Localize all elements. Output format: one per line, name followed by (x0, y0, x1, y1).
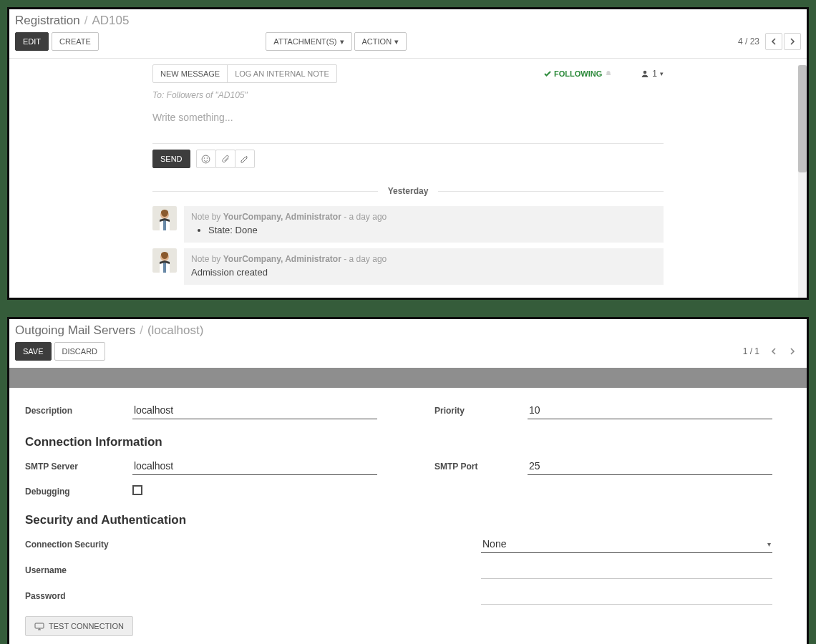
date-divider-label: Yesterday (378, 186, 439, 196)
section-security-auth: Security and Authentication (25, 513, 772, 527)
action-dropdown-button[interactable]: ACTION ▾ (354, 32, 407, 51)
breadcrumb-current: (localhost) (147, 323, 203, 338)
create-button[interactable]: CREATE (52, 32, 99, 51)
following-label: FOLLOWING (554, 69, 602, 78)
message-body: Admission created (191, 267, 656, 278)
caret-down-icon: ▾ (660, 70, 664, 77)
expand-composer-button[interactable] (235, 150, 255, 168)
date-divider: Yesterday (152, 185, 664, 196)
svg-point-3 (207, 157, 208, 159)
smtp-server-label: SMTP Server (25, 462, 125, 472)
smtp-port-input[interactable] (528, 458, 772, 475)
compose-icon (240, 155, 249, 164)
action-label: ACTION (362, 37, 392, 46)
connection-security-select[interactable]: None ▾ (481, 536, 772, 553)
message-item: Note by YourCompany, Administrator - a d… (152, 206, 664, 243)
attachments-button[interactable]: ATTACHMENT(S) ▾ (266, 32, 351, 51)
emoji-button[interactable] (196, 150, 216, 168)
caret-down-icon: ▾ (394, 37, 399, 47)
pager-next-button[interactable] (784, 343, 801, 360)
chatter-tabs: NEW MESSAGE LOG AN INTERNAL NOTE (152, 64, 337, 83)
chevron-right-icon (790, 38, 795, 45)
description-input[interactable] (132, 402, 377, 419)
svg-rect-12 (35, 623, 44, 628)
pager: 4 / 23 (738, 33, 801, 50)
debugging-checkbox[interactable] (132, 485, 142, 495)
username-label: Username (25, 565, 125, 575)
check-icon (544, 70, 551, 77)
connection-security-label: Connection Security (25, 540, 125, 550)
compose-input[interactable]: Write something... (152, 112, 664, 136)
password-label: Password (25, 591, 125, 601)
scrollbar-thumb[interactable] (798, 65, 807, 172)
message-author: YourCompany, Administrator (223, 212, 341, 222)
registration-panel: Registration / AD105 EDIT CREATE ATTACHM… (7, 7, 809, 300)
test-connection-button[interactable]: TEST CONNECTION (25, 616, 133, 636)
save-button[interactable]: SAVE (15, 342, 52, 361)
message-header: Note by YourCompany, Administrator - a d… (191, 212, 656, 222)
caret-down-icon: ▾ (767, 540, 771, 548)
mail-server-panel: Outgoing Mail Servers / (localhost) SAVE… (7, 317, 809, 644)
followers-count: 1 (652, 69, 657, 79)
svg-point-2 (204, 157, 205, 159)
debugging-label: Debugging (25, 487, 125, 497)
message-author: YourCompany, Administrator (223, 254, 341, 264)
test-connection-label: TEST CONNECTION (49, 622, 124, 630)
pager-prev-button[interactable] (765, 33, 782, 50)
breadcrumb-root[interactable]: Outgoing Mail Servers (15, 323, 135, 338)
username-input[interactable] (481, 562, 772, 579)
smtp-port-label: SMTP Port (434, 462, 520, 472)
send-button[interactable]: SEND (152, 150, 190, 168)
form-header-band (9, 368, 807, 388)
message-item: Note by YourCompany, Administrator - a d… (152, 248, 664, 285)
scrollbar[interactable] (798, 65, 807, 298)
message-body: State: Done (191, 225, 656, 235)
chevron-left-icon (771, 348, 777, 355)
attach-button[interactable] (215, 150, 235, 168)
mail-server-form: Description Priority Connection Informat… (9, 388, 807, 644)
action-bar: EDIT CREATE ATTACHMENT(S) ▾ ACTION ▾ 4 /… (9, 28, 807, 59)
pager: 1 / 1 (743, 343, 801, 360)
avatar (152, 206, 177, 230)
breadcrumb-root[interactable]: Registration (15, 14, 80, 28)
chevron-right-icon (790, 348, 795, 355)
tab-log-note[interactable]: LOG AN INTERNAL NOTE (227, 65, 336, 82)
breadcrumb: Outgoing Mail Servers / (localhost) (9, 319, 807, 338)
avatar (152, 248, 177, 273)
user-icon (641, 69, 649, 78)
monitor-icon (34, 623, 44, 630)
smiley-icon (201, 155, 210, 164)
priority-input[interactable] (528, 402, 772, 419)
chevron-left-icon (771, 38, 777, 45)
edit-button[interactable]: EDIT (15, 32, 49, 51)
message-age: a day ago (349, 212, 387, 222)
message-age: a day ago (349, 254, 387, 264)
breadcrumb-separator: / (84, 14, 88, 28)
tab-new-message[interactable]: NEW MESSAGE (153, 65, 227, 82)
followers-dropdown[interactable]: 1 ▾ (641, 69, 664, 79)
smtp-server-input[interactable] (132, 458, 377, 475)
breadcrumb-separator: / (140, 323, 143, 338)
pager-range: 1 / 1 (743, 346, 759, 356)
priority-label: Priority (434, 406, 520, 416)
paperclip-icon (220, 155, 230, 164)
pager-next-button[interactable] (784, 33, 801, 50)
description-label: Description (25, 406, 125, 416)
action-bar: SAVE DISCARD 1 / 1 (9, 338, 807, 368)
message-header: Note by YourCompany, Administrator - a d… (191, 254, 656, 264)
password-input[interactable] (481, 587, 772, 605)
section-connection-info: Connection Information (25, 435, 772, 449)
following-indicator[interactable]: FOLLOWING (544, 69, 612, 78)
bell-icon (605, 70, 612, 77)
chatter: NEW MESSAGE LOG AN INTERNAL NOTE FOLLOWI… (9, 59, 807, 285)
discard-button[interactable]: DISCARD (54, 342, 106, 361)
connection-security-value: None (482, 538, 506, 550)
svg-point-1 (202, 155, 210, 163)
caret-down-icon: ▾ (340, 37, 344, 47)
svg-rect-11 (163, 262, 166, 273)
pager-range: 4 / 23 (738, 36, 759, 47)
svg-rect-7 (163, 220, 166, 230)
attachments-label: ATTACHMENT(S) (273, 37, 336, 46)
svg-point-0 (643, 71, 647, 74)
pager-prev-button[interactable] (765, 343, 782, 360)
